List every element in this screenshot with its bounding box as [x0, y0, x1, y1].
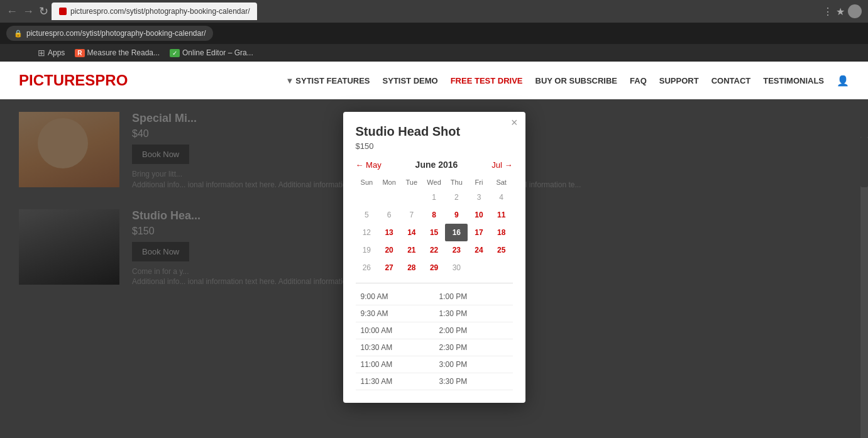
day-header-wed: Wed [423, 176, 446, 189]
logo-accent: PRO [95, 72, 128, 89]
day-header-tue: Tue [400, 176, 423, 189]
calendar-week-2: 567891011 [356, 206, 513, 224]
bookmarks-bar: ⊞ Apps R Measure the Reada... ✓ Online E… [0, 44, 868, 62]
time-slot-am-5[interactable]: 11:30 AM [356, 377, 434, 386]
calendar-day-0-1 [378, 189, 400, 206]
bookmark-check-icon: ✓ [170, 49, 180, 57]
tab-title: picturespro.com/sytist/photography-booki… [70, 7, 250, 16]
calendar-week-3: 12131415161718 [356, 224, 513, 241]
calendar-day-1-1[interactable]: 6 [378, 206, 400, 224]
calendar-day-0-3[interactable]: 1 [423, 189, 446, 206]
nav-support[interactable]: SUPPORT [659, 76, 699, 85]
calendar-day-3-1[interactable]: 20 [378, 241, 400, 259]
reload-button[interactable]: ↻ [39, 4, 48, 18]
site-logo[interactable]: PICTURESPRO [19, 72, 128, 89]
time-slot-am-0[interactable]: 9:00 AM [356, 292, 434, 301]
calendar-day-3-0[interactable]: 19 [356, 241, 378, 259]
calendar-day-3-2[interactable]: 21 [400, 241, 423, 259]
nav-testimonials[interactable]: TESTIMONIALS [763, 76, 824, 85]
calendar-day-4-3[interactable]: 29 [423, 259, 446, 276]
forward-button[interactable]: → [23, 5, 34, 18]
calendar-day-0-5[interactable]: 3 [468, 189, 490, 206]
time-row-4: 11:00 AM3:00 PM [356, 356, 513, 373]
bookmark-apps[interactable]: ⊞ Apps [38, 48, 65, 58]
browser-tab[interactable]: picturespro.com/sytist/photography-booki… [52, 3, 257, 20]
user-icon[interactable]: 👤 [837, 75, 849, 87]
nav-sytist-demo[interactable]: SYTIST DEMO [383, 76, 438, 85]
calendar-day-0-4[interactable]: 2 [445, 189, 468, 206]
modal-close-button[interactable]: × [511, 117, 518, 128]
calendar-day-1-4[interactable]: 9 [445, 206, 468, 224]
time-slot-am-1[interactable]: 9:30 AM [356, 309, 434, 318]
prev-month-button[interactable]: ← May [356, 160, 382, 170]
calendar-day-4-1[interactable]: 27 [378, 259, 400, 276]
user-avatar[interactable] [848, 4, 862, 18]
day-header-sat: Sat [490, 176, 513, 189]
calendar-day-0-2 [400, 189, 423, 206]
calendar-day-2-3[interactable]: 15 [423, 224, 446, 241]
address-bar: 🔒 picturespro.com/sytist/photography-boo… [0, 23, 868, 44]
website: PICTURESPRO ▼ SYTIST FEATURES SYTIST DEM… [0, 62, 868, 438]
nav-faq[interactable]: FAQ [630, 76, 647, 85]
back-button[interactable]: ← [6, 5, 18, 18]
calendar-day-2-0[interactable]: 12 [356, 224, 378, 241]
calendar-day-1-5[interactable]: 10 [468, 206, 490, 224]
calendar-day-3-5[interactable]: 24 [468, 241, 490, 259]
tab-bar: ← → ↻ picturespro.com/sytist/photography… [0, 0, 868, 23]
day-header-thu: Thu [445, 176, 468, 189]
next-month-button[interactable]: Jul → [492, 160, 512, 170]
time-slot-pm-1[interactable]: 1:30 PM [434, 309, 513, 318]
calendar-header-row: Sun Mon Tue Wed Thu Fri Sat [356, 176, 513, 189]
calendar-day-1-2[interactable]: 7 [400, 206, 423, 224]
modal-body: × Studio Head Shot $150 ← May June 2016 … [343, 112, 525, 403]
time-slot-pm-0[interactable]: 1:00 PM [434, 292, 513, 301]
browser-chrome: ← → ↻ picturespro.com/sytist/photography… [0, 0, 868, 44]
booking-calendar: ← May June 2016 Jul → Sun Mon Tue Wed [356, 160, 513, 276]
calendar-week-1: 1234 [356, 189, 513, 206]
day-header-fri: Fri [468, 176, 490, 189]
calendar-day-2-5[interactable]: 17 [468, 224, 490, 241]
time-slot-pm-3[interactable]: 2:30 PM [434, 343, 513, 352]
bookmark-readability[interactable]: R Measure the Reada... [75, 48, 160, 57]
calendar-grid: Sun Mon Tue Wed Thu Fri Sat 123 [356, 176, 513, 276]
nav-contact[interactable]: CONTACT [711, 76, 751, 85]
calendar-day-3-6[interactable]: 25 [490, 241, 513, 259]
url-field[interactable]: 🔒 picturespro.com/sytist/photography-boo… [6, 26, 213, 41]
calendar-day-4-5 [468, 259, 490, 276]
calendar-day-2-4[interactable]: 16 [445, 224, 468, 241]
time-slot-am-4[interactable]: 11:00 AM [356, 360, 434, 369]
calendar-day-2-2[interactable]: 14 [400, 224, 423, 241]
calendar-day-1-3[interactable]: 8 [423, 206, 446, 224]
calendar-day-4-2[interactable]: 28 [400, 259, 423, 276]
nav-arrow-icon: ▼ [285, 76, 294, 85]
site-header: PICTURESPRO ▼ SYTIST FEATURES SYTIST DEM… [0, 62, 868, 99]
calendar-day-0-6[interactable]: 4 [490, 189, 513, 206]
apps-grid-icon: ⊞ [38, 48, 45, 58]
time-slot-pm-2[interactable]: 2:00 PM [434, 326, 513, 335]
star-icon[interactable]: ★ [836, 6, 845, 18]
time-slots: 9:00 AM1:00 PM9:30 AM1:30 PM10:00 AM2:00… [356, 283, 513, 390]
calendar-day-4-0[interactable]: 26 [356, 259, 378, 276]
modal-overlay[interactable]: × Studio Head Shot $150 ← May June 2016 … [0, 99, 868, 438]
time-slot-pm-5[interactable]: 3:30 PM [434, 377, 513, 386]
nav-sytist-features[interactable]: ▼ SYTIST FEATURES [285, 76, 370, 85]
calendar-day-3-3[interactable]: 22 [423, 241, 446, 259]
browser-menu[interactable]: ⋮ [823, 6, 833, 18]
calendar-header: ← May June 2016 Jul → [356, 160, 513, 170]
time-slot-pm-4[interactable]: 3:00 PM [434, 360, 513, 369]
calendar-day-1-6[interactable]: 11 [490, 206, 513, 224]
time-slot-am-3[interactable]: 10:30 AM [356, 343, 434, 352]
bookmark-editor[interactable]: ✓ Online Editor – Gra... [170, 48, 253, 57]
page-background: Special Mi... $40 Book Now Bring your li… [0, 99, 868, 438]
calendar-day-3-4[interactable]: 23 [445, 241, 468, 259]
lock-icon: 🔒 [14, 30, 23, 38]
time-row-2: 10:00 AM2:00 PM [356, 322, 513, 339]
bookmarks-bar: 🔒 picturespro.com/sytist/photography-boo… [6, 24, 213, 43]
time-slot-am-2[interactable]: 10:00 AM [356, 326, 434, 335]
calendar-day-1-0[interactable]: 5 [356, 206, 378, 224]
nav-free-test-drive[interactable]: FREE TEST DRIVE [451, 76, 523, 85]
nav-buy-subscribe[interactable]: BUY OR SUBSCRIBE [536, 76, 618, 85]
calendar-day-4-4[interactable]: 30 [445, 259, 468, 276]
calendar-day-2-6[interactable]: 18 [490, 224, 513, 241]
calendar-day-2-1[interactable]: 13 [378, 224, 400, 241]
